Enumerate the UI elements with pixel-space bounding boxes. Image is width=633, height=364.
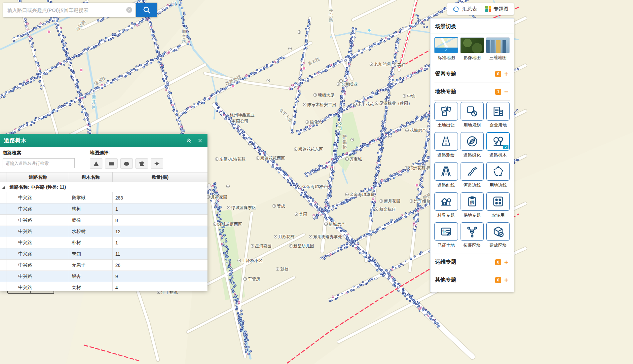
thematic-map-label: 专题图 — [494, 6, 508, 12]
section-pipeline-theme[interactable]: 管网专题 0 + — [434, 65, 510, 83]
svg-text:征: 征 — [442, 229, 447, 234]
section-ops-theme[interactable]: 运维专题 0 + — [434, 253, 510, 271]
collapse-toggle-icon[interactable]: − — [503, 89, 509, 95]
map-label: 塘栖大厦 — [318, 93, 334, 97]
section-parcel-theme[interactable]: 地块专题 1 − — [434, 83, 510, 100]
table-row[interactable]: 中兴路 构树 1 — [0, 203, 208, 215]
theme-icon: ✓ — [486, 192, 510, 211]
shape-triangle-button[interactable] — [90, 158, 102, 169]
theme-icon: ✓ — [486, 162, 510, 181]
map-label: 金帝海珀雅苑 — [302, 184, 327, 189]
theme-icon: ✓ — [461, 162, 484, 181]
basemap-threed[interactable]: ✓ 三维地图 — [486, 37, 510, 61]
clear-search-icon[interactable]: × — [126, 7, 132, 13]
map-label: 有限公司 — [232, 119, 248, 124]
theme-icon: ✓ — [434, 162, 458, 181]
shape-rect-button[interactable] — [105, 158, 118, 169]
theme-label: 道路树木 — [486, 152, 510, 158]
theme-plan-button[interactable]: ✓ 用地规划 — [461, 102, 484, 128]
group-expand-icon[interactable] — [2, 186, 5, 189]
map-label: 荷禹路 — [343, 135, 347, 150]
section-title: 运维专题 — [435, 259, 495, 266]
expand-toggle-icon[interactable]: + — [503, 259, 509, 265]
theme-label: 用地规划 — [461, 122, 484, 128]
search-input[interactable] — [3, 3, 135, 17]
shape-polygon-button[interactable] — [135, 158, 148, 169]
table-row[interactable]: 中兴路 水杉树 12 — [0, 226, 208, 237]
search-icon — [142, 6, 151, 14]
scale-rule — [6, 291, 56, 294]
search-bar: × — [3, 3, 157, 17]
table-row[interactable]: 中兴路 栾树 4 — [0, 282, 208, 291]
column-header-road[interactable]: 道路名称 — [7, 172, 69, 182]
theme-road-redline-button[interactable]: ✓ 道路红线 — [434, 162, 458, 188]
theme-road-survey-button[interactable]: ✓ 道路测绘 — [434, 132, 458, 158]
theme-parcels-button[interactable]: ✓ 土地出让 — [434, 102, 458, 128]
theme-enterprise-button[interactable]: ✓ 企业用地 — [486, 102, 510, 128]
map-select-label: 地图选择: — [90, 150, 163, 156]
theme-trees-button[interactable]: ✓ 道路树木 — [486, 132, 510, 158]
road-search-label: 道路检索: — [3, 150, 75, 156]
theme-icon: ✓ — [461, 102, 484, 121]
column-header-count[interactable]: 数量(棵) — [113, 172, 208, 182]
basemap-label: 三维地图 — [486, 55, 510, 61]
theme-village-button[interactable]: ✓ 村界专题 — [434, 192, 458, 218]
map-label: 新城房产 — [329, 222, 345, 227]
map-label: 万宝城 — [350, 157, 362, 162]
column-header-tree[interactable]: 树木名称 — [69, 172, 113, 182]
map-label: 长宝纸业 — [341, 82, 358, 87]
road-search-input[interactable] — [3, 158, 75, 168]
theme-label: 道路绿化 — [461, 152, 484, 158]
map-label: 绿城蓝庭东区 — [231, 205, 256, 210]
expander-column-header — [0, 172, 7, 182]
map-label: 中铁 — [407, 94, 416, 98]
theme-icon: 征 ✓ — [434, 222, 458, 241]
theme-icon: ✓ — [434, 192, 458, 211]
table-row[interactable]: 中兴路 朴树 1 — [0, 237, 208, 248]
basemap-imagery[interactable]: ✓ 影像地图 — [460, 37, 484, 61]
count-badge: 0 — [495, 259, 501, 265]
table-row[interactable]: 中兴路 银杏 9 — [0, 271, 208, 282]
map-label: 东厦·东港花苑 — [219, 157, 245, 162]
map-label: 禾丰花苑 — [357, 102, 374, 107]
summary-table-button[interactable]: 汇总表 — [449, 3, 481, 15]
section-other-theme[interactable]: 其他专题 0 + — [434, 271, 510, 289]
theme-label: 供地专题 — [461, 212, 484, 218]
check-icon: ✓ — [435, 48, 458, 53]
basemap-standard[interactable]: ✓ 标准地图 — [434, 37, 458, 61]
theme-boundary-button[interactable]: ✓ 用地边线 — [486, 162, 510, 188]
search-button[interactable] — [136, 3, 157, 17]
expand-toggle-icon[interactable]: + — [503, 277, 509, 283]
table-row[interactable]: 中兴路 无患子 26 — [0, 260, 208, 271]
map-label: 绿化八 — [310, 120, 322, 125]
theme-expand-blocks-button[interactable]: ✓ 拓展区块 — [461, 222, 484, 248]
theme-acquired-button[interactable]: 征 ✓ 已征土地 — [434, 222, 458, 248]
map-label: 月欣花苑 — [278, 235, 295, 239]
theme-icon: 供 ✓ — [461, 192, 484, 211]
theme-icon: ✓ — [434, 132, 458, 151]
section-title: 地块专题 — [435, 88, 495, 95]
theme-farm-convert-button[interactable]: ✓ 农转用 — [486, 192, 510, 218]
map-label: 赞成 — [277, 204, 285, 208]
theme-icon: ✓ — [434, 102, 458, 121]
close-icon[interactable] — [194, 135, 205, 146]
basemap-label: 标准地图 — [434, 55, 458, 61]
theme-built-blocks-button[interactable]: ✓ 建成区块 — [486, 222, 510, 248]
expand-toggle-icon[interactable]: + — [503, 71, 509, 77]
tree-table-body: 道路名称: 中兴路 (种类: 11) 中兴路 鹅掌楸 283 中兴路 构树 1 … — [0, 182, 208, 291]
theme-supply-button[interactable]: 供 ✓ 供地专题 — [461, 192, 484, 218]
shape-ellipse-button[interactable] — [120, 158, 133, 169]
theme-icon: ✓ — [461, 132, 484, 151]
table-row[interactable]: 中兴路 鹅掌楸 283 — [0, 192, 208, 203]
thematic-map-button[interactable]: 专题图 — [481, 3, 512, 15]
collapse-icon[interactable] — [183, 135, 194, 146]
shape-star-button[interactable] — [151, 158, 163, 169]
theme-label: 村界专题 — [434, 212, 458, 218]
map-label: 驾校 — [280, 267, 289, 272]
table-row[interactable]: 中兴路 未知 11 — [0, 248, 208, 260]
theme-river-button[interactable]: ✓ 河道边线 — [461, 162, 484, 188]
group-row[interactable]: 道路名称: 中兴路 (种类: 11) — [0, 182, 208, 192]
table-row[interactable]: 中兴路 榔榆 8 — [0, 215, 208, 226]
map-label: 杭州坤鑫置业 — [229, 113, 255, 117]
theme-leaf-button[interactable]: ✓ 道路绿化 — [461, 132, 484, 158]
